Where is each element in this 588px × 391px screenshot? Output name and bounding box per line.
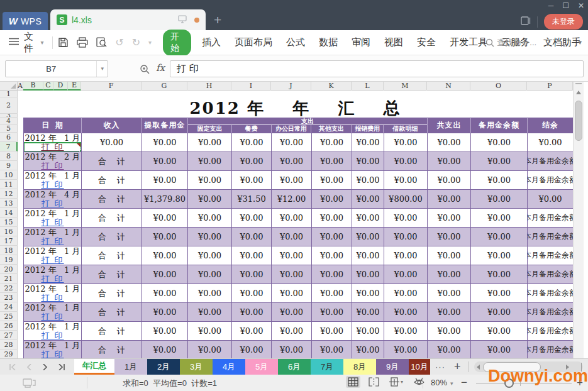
- cell-value-5-5[interactable]: ¥0.00: [312, 209, 352, 228]
- cell-income-11[interactable]: 合 计: [82, 322, 142, 341]
- cell-value-11-3[interactable]: ¥0.00: [232, 322, 272, 341]
- print-link[interactable]: 打 印: [41, 293, 64, 302]
- cell-value-6-9[interactable]: ¥0.00: [471, 228, 528, 246]
- ribbon-tab-4[interactable]: 数据: [312, 36, 345, 48]
- normal-view-icon[interactable]: [346, 376, 360, 388]
- cell-date-11[interactable]: 2012 年 1 月打 印: [24, 322, 82, 341]
- cell-value-6-4[interactable]: ¥0.00: [272, 228, 312, 246]
- cell-value-11-2[interactable]: ¥0.00: [188, 322, 232, 341]
- cell-value-10-7[interactable]: ¥0.00: [384, 303, 428, 322]
- print-link[interactable]: 打 印: [41, 350, 64, 358]
- cell-value-10-2[interactable]: ¥0.00: [188, 303, 232, 322]
- ribbon-tab-2[interactable]: 页面布局: [228, 36, 279, 48]
- cell-value-12-2[interactable]: ¥0.00: [188, 341, 232, 358]
- cell-value-12-5[interactable]: ¥0.00: [312, 341, 352, 358]
- cell-value-3-1[interactable]: ¥0.00: [142, 171, 188, 190]
- cell-value-8-2[interactable]: ¥0.00: [188, 265, 232, 284]
- cell-value-1-3[interactable]: ¥0.00: [232, 133, 272, 152]
- sidebar-panel-icon[interactable]: [521, 16, 531, 27]
- column-header-E[interactable]: E: [68, 82, 81, 91]
- cell-value-8-6[interactable]: ¥0.00: [352, 265, 384, 284]
- cell-value-3-2[interactable]: ¥0.00: [188, 171, 232, 190]
- zoom-level[interactable]: 80%: [431, 378, 447, 387]
- cell-value-7-8[interactable]: ¥0.00: [428, 246, 471, 265]
- cell-value-10-3[interactable]: ¥0.00: [232, 303, 272, 322]
- cell-date-8[interactable]: 2012 年 1 月打 印: [24, 265, 82, 284]
- cell-value-1-8[interactable]: ¥0.00: [428, 133, 471, 152]
- prev-sheet-icon[interactable]: [26, 364, 33, 370]
- print-link[interactable]: 打 印: [41, 199, 64, 208]
- cell-value-11-8[interactable]: ¥0.00: [428, 322, 471, 341]
- cell-value-12-1[interactable]: ¥0.00: [142, 341, 188, 358]
- ribbon-tab-3[interactable]: 公式: [279, 36, 312, 48]
- print-preview-icon[interactable]: [96, 37, 107, 48]
- cell-balance-7[interactable]: 本月备用金余额: [528, 246, 574, 265]
- row-header-12[interactable]: 12: [0, 189, 18, 199]
- cell-value-6-2[interactable]: ¥0.00: [188, 228, 232, 246]
- cell-value-2-8[interactable]: ¥0.00: [428, 152, 471, 171]
- cell-balance-4[interactable]: ¥0.00: [528, 190, 574, 209]
- column-header-D[interactable]: D: [53, 82, 68, 91]
- split-handle[interactable]: [575, 83, 582, 84]
- cell-value-3-6[interactable]: ¥0.00: [352, 171, 384, 190]
- select-all-corner[interactable]: [0, 82, 18, 91]
- cell-value-4-1[interactable]: ¥1,379.80: [142, 190, 188, 209]
- row-header-5[interactable]: 5: [0, 125, 18, 133]
- cell-value-7-1[interactable]: ¥0.00: [142, 246, 188, 265]
- cell-value-10-6[interactable]: ¥0.00: [352, 303, 384, 322]
- cell-value-8-7[interactable]: ¥0.00: [384, 265, 428, 284]
- cell-value-5-4[interactable]: ¥0.00: [272, 209, 312, 228]
- file-menu-chevron-icon[interactable]: ▾: [40, 39, 43, 46]
- sheet-tab-2月[interactable]: 2月: [147, 359, 180, 375]
- cell-date-10[interactable]: 2012 年 1 月打 印: [24, 303, 82, 322]
- cell-value-2-3[interactable]: ¥0.00: [232, 152, 272, 171]
- add-sheet-button[interactable]: +: [450, 359, 465, 375]
- cell-value-2-7[interactable]: ¥0.00: [384, 152, 428, 171]
- cell-income-7[interactable]: 合 计: [82, 246, 142, 265]
- column-header-P[interactable]: P: [527, 82, 573, 91]
- cell-income-1[interactable]: ¥0.00: [82, 133, 142, 152]
- workbook-views-icon[interactable]: [23, 377, 36, 390]
- cell-value-3-3[interactable]: ¥0.00: [232, 171, 272, 190]
- save-icon[interactable]: [58, 37, 69, 48]
- cell-value-4-2[interactable]: ¥0.00: [188, 190, 232, 209]
- row-header-21[interactable]: 21: [0, 274, 18, 284]
- cell-value-2-2[interactable]: ¥0.00: [188, 152, 232, 171]
- cell-value-10-4[interactable]: ¥0.00: [272, 303, 312, 322]
- cell-value-7-7[interactable]: ¥0.00: [384, 246, 428, 265]
- sheet-tab-5月[interactable]: 5月: [245, 359, 278, 375]
- cell-value-4-5[interactable]: ¥0.00: [312, 190, 352, 209]
- print-icon[interactable]: [77, 37, 88, 48]
- vertical-scrollbar[interactable]: [573, 82, 584, 358]
- cell-value-9-9[interactable]: ¥0.00: [471, 284, 528, 303]
- column-header-K[interactable]: K: [311, 82, 352, 91]
- file-menu[interactable]: 文件: [24, 31, 38, 55]
- row-header-4[interactable]: 4: [0, 118, 18, 125]
- cell-value-1-5[interactable]: ¥0.00: [312, 133, 352, 152]
- row-header-27[interactable]: 27: [0, 331, 18, 340]
- ribbon-tab-home[interactable]: 开始: [163, 30, 191, 56]
- insert-function-icon[interactable]: fx: [156, 62, 165, 74]
- print-link[interactable]: 打 印: [41, 180, 64, 189]
- zoom-to-selection-icon[interactable]: [140, 64, 150, 76]
- page-break-view-icon[interactable]: [367, 376, 381, 388]
- cell-date-6[interactable]: 2012 年 1 月打 印: [24, 228, 82, 246]
- row-header-11[interactable]: 11: [0, 180, 18, 189]
- cell-value-5-2[interactable]: ¥0.00: [188, 209, 232, 228]
- print-link[interactable]: 打 印: [41, 331, 64, 340]
- vertical-scroll-thumb[interactable]: [575, 101, 582, 141]
- cell-value-8-5[interactable]: ¥0.00: [312, 265, 352, 284]
- cell-value-11-1[interactable]: ¥0.00: [142, 322, 188, 341]
- sheet-tab-7月[interactable]: 7月: [311, 359, 343, 375]
- cell-value-10-5[interactable]: ¥0.00: [312, 303, 352, 322]
- column-header-C[interactable]: C: [43, 82, 53, 91]
- cell-value-9-8[interactable]: ¥0.00: [428, 284, 471, 303]
- zoom-dropdown-icon[interactable]: ▾: [450, 380, 453, 387]
- cell-date-3[interactable]: 2012 年 1 月打 印: [24, 171, 82, 190]
- cell-date-5[interactable]: 2012 年 1 月打 印: [24, 209, 82, 228]
- row-header-24[interactable]: 24: [0, 302, 18, 312]
- cell-income-2[interactable]: 合 计: [82, 152, 142, 171]
- page-layout-dropdown-icon[interactable]: ▾: [401, 379, 403, 385]
- cell-balance-3[interactable]: 本月备用金余额: [528, 171, 574, 190]
- cell-income-5[interactable]: 合 计: [82, 209, 142, 228]
